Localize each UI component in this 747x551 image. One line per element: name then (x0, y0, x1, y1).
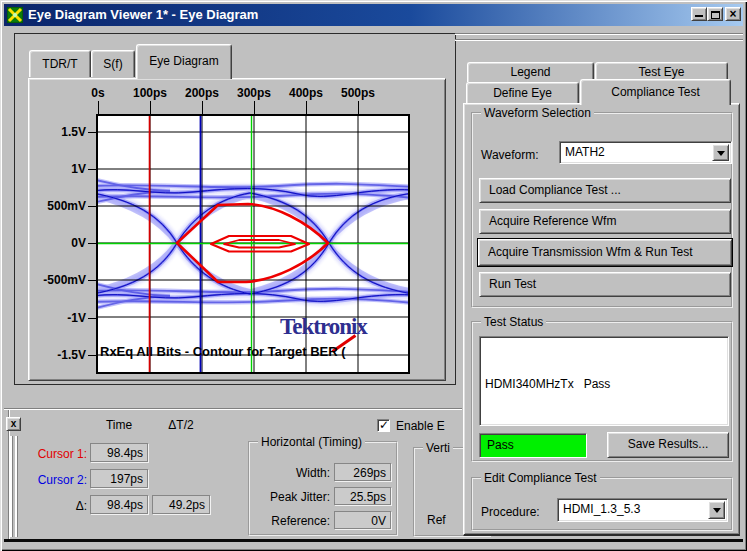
divider-line (4, 408, 462, 410)
app-icon (7, 7, 23, 23)
width-label: Width: (250, 466, 330, 480)
minimize-button[interactable] (691, 7, 707, 21)
waveform-selection-title: Waveform Selection (481, 106, 594, 120)
panel-grip-handle[interactable] (15, 436, 17, 537)
save-results-button[interactable]: Save Results... (607, 432, 729, 458)
y-axis-label: -1V (30, 311, 86, 325)
procedure-label: Procedure: (481, 505, 540, 519)
chevron-down-icon (713, 508, 721, 513)
waveform-selection-group: Waveform Selection Waveform: MATH2 Load … (471, 112, 733, 308)
vertical-group-title: Verti (423, 441, 453, 455)
edit-compliance-test-group: Edit Compliance Test Procedure: HDMI_1.3… (471, 477, 733, 531)
waveform-dropdown-button[interactable] (712, 144, 729, 161)
x-axis-tick (358, 101, 359, 114)
divider-line (455, 33, 743, 35)
cursor1-time-value: 98.4ps (90, 443, 148, 462)
reference-label: Reference: (250, 514, 330, 528)
y-axis-label: 0V (30, 236, 86, 250)
run-test-button[interactable]: Run Test (479, 272, 731, 297)
tab-s-f[interactable]: S(f) (91, 50, 135, 77)
x-axis-label: 100ps (122, 86, 178, 100)
x-axis-label: 500ps (330, 86, 386, 100)
test-status-title: Test Status (481, 315, 546, 329)
x-axis-tick (306, 101, 307, 114)
x-axis-label: 400ps (278, 86, 334, 100)
plot-caption: RxEq All Bits - Contour for Target BER ( (100, 344, 405, 359)
chevron-down-icon (717, 151, 725, 156)
tab-compliance-test[interactable]: Compliance Test (580, 79, 731, 105)
tab-label: S(f) (92, 51, 134, 78)
overall-result-indicator: Pass (479, 433, 587, 458)
reference-value: 0V (334, 511, 391, 529)
procedure-dropdown-value: HDMI_1.3_5.3 (563, 502, 640, 516)
procedure-dropdown[interactable]: HDMI_1.3_5.3 (557, 498, 728, 522)
time-column-header: Time (90, 418, 148, 432)
close-icon: × (726, 7, 740, 21)
waveform-dropdown[interactable]: MATH2 (559, 141, 732, 164)
x-axis-tick (98, 101, 99, 114)
panel-grip-handle[interactable] (10, 436, 12, 537)
window-title: Eye Diagram Viewer 1* - Eye Diagram (28, 4, 258, 26)
divider-line (455, 39, 743, 41)
test-status-listbox[interactable]: HDMI340MHzTx Pass HDMI340MHzRx Pass HDMI… (479, 336, 729, 426)
tab-label: Legend (468, 63, 593, 82)
plot-window-panel: 0s 100ps 200ps 300ps 400ps 500ps 1.5V 1V… (14, 33, 456, 385)
minimize-icon (695, 15, 703, 17)
tab-define-eye[interactable]: Define Eye (466, 82, 579, 103)
waveform-dropdown-value: MATH2 (565, 145, 605, 159)
eye-diagram-tab-page: 0s 100ps 200ps 300ps 400ps 500ps 1.5V 1V… (28, 78, 446, 381)
dt2-column-header: ΔT/2 (152, 418, 210, 432)
x-axis-label: 200ps (174, 86, 230, 100)
y-axis-label: -1.5V (30, 348, 86, 362)
y-axis-label: 500mV (30, 199, 86, 213)
delta-dt2-value: 49.2ps (152, 495, 210, 514)
vertical-ref-label: Ref (427, 513, 446, 527)
tab-label: Compliance Test (581, 80, 730, 104)
edit-compliance-test-title: Edit Compliance Test (481, 471, 600, 485)
load-compliance-test-button[interactable]: Load Compliance Test ... (479, 178, 731, 203)
close-button[interactable]: × (725, 7, 741, 21)
enable-eye-checkbox[interactable] (377, 419, 390, 432)
eye-diagram-plot[interactable]: Tektronix RxEq All Bits - Contour for Ta… (96, 114, 410, 374)
test-status-item[interactable]: HDMI340MHzTx Pass (485, 375, 723, 393)
title-bar[interactable]: Eye Diagram Viewer 1* - Eye Diagram × (4, 4, 743, 26)
procedure-dropdown-button[interactable] (708, 501, 725, 519)
maximize-icon (711, 11, 720, 19)
x-axis-tick (150, 101, 151, 114)
tab-label: Eye Diagram (137, 45, 231, 77)
x-axis-label: 0s (70, 86, 126, 100)
window-bottom-edge (4, 539, 743, 542)
compliance-test-tab-page: Waveform Selection Waveform: MATH2 Load … (463, 103, 740, 536)
y-axis-label: 1.5V (30, 125, 86, 139)
tab-tdr-t[interactable]: TDR/T (29, 50, 91, 77)
x-axis-tick (254, 101, 255, 114)
x-axis-label: 300ps (226, 86, 282, 100)
waveform-label: Waveform: (481, 148, 539, 162)
tab-legend[interactable]: Legend (467, 62, 594, 82)
cursor2-label: Cursor 2: (20, 473, 87, 487)
panel-close-icon: x (11, 418, 17, 429)
app-window: Eye Diagram Viewer 1* - Eye Diagram × 0s… (0, 0, 747, 551)
maximize-button[interactable] (707, 7, 723, 21)
measurement-panel: x Time ΔT/2 Cursor 1: 98.4ps Cursor 2: 1… (4, 406, 462, 542)
x-axis-tick (202, 101, 203, 114)
delta-time-value: 98.4ps (90, 495, 148, 514)
y-axis-label: 1V (30, 162, 86, 176)
cursor2-time-value: 197ps (90, 469, 148, 488)
width-value: 269ps (334, 463, 391, 481)
peak-jitter-value: 25.5ps (334, 487, 391, 505)
tab-eye-diagram[interactable]: Eye Diagram (136, 44, 232, 79)
delta-label: Δ: (20, 499, 87, 513)
horizontal-timing-title: Horizontal (Timing) (258, 435, 365, 449)
tab-label: TDR/T (30, 51, 90, 78)
cursor1-label: Cursor 1: (20, 447, 87, 461)
peak-jitter-label: Peak Jitter: (250, 490, 330, 504)
enable-eye-label: Enable E (396, 419, 445, 433)
panel-close-button[interactable]: x (6, 417, 21, 431)
acquire-transmission-run-test-button[interactable]: Acquire Transmission Wfm & Run Test (478, 239, 732, 266)
acquire-reference-wfm-button[interactable]: Acquire Reference Wfm (479, 209, 731, 234)
tab-label: Define Eye (467, 83, 578, 103)
horizontal-timing-group: Horizontal (Timing) Width: 269ps Peak Ji… (248, 441, 398, 536)
y-axis-label: -500mV (30, 273, 86, 287)
test-status-group: Test Status HDMI340MHzTx Pass HDMI340MHz… (471, 321, 733, 462)
